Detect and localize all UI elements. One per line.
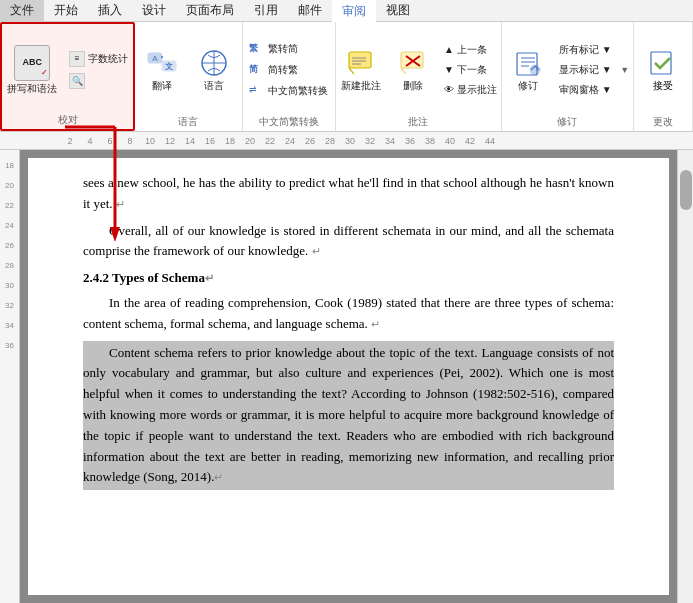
svg-line-17 (401, 68, 406, 74)
proofing-label: 校对 (58, 111, 78, 127)
ruler-mark: 32 (360, 136, 380, 146)
ribbon-group-language: A 文 翻译 (135, 22, 242, 131)
document-container: 18 20 22 24 26 28 30 32 34 36 sees a new… (0, 150, 693, 603)
svg-text:A: A (153, 54, 159, 63)
ruler-mark: 30 (340, 136, 360, 146)
tracking-more-button[interactable]: ▼ (618, 32, 632, 107)
v-ruler-mark: 24 (0, 215, 19, 235)
ruler-mark: 26 (300, 136, 320, 146)
to-simplified-button[interactable]: 繁 繁转简 (245, 40, 332, 58)
vertical-ruler: 18 20 22 24 26 28 30 32 34 36 (0, 150, 20, 603)
spell-icon: ABC ✓ (14, 45, 50, 81)
ruler-mark: 16 (200, 136, 220, 146)
track-changes-icon (512, 47, 544, 79)
menu-design[interactable]: 设计 (132, 0, 176, 22)
v-ruler-mark: 18 (0, 155, 19, 175)
paragraph-5-highlighted: Content schema refers to prior knowledge… (83, 341, 614, 491)
v-ruler-mark: 32 (0, 295, 19, 315)
menu-file[interactable]: 文件 (0, 0, 44, 22)
heading-242: 2.4.2 Types of Schema↵ (83, 268, 614, 289)
next-comment-button[interactable]: ▼ 下一条 (440, 61, 501, 79)
ruler-mark: 42 (460, 136, 480, 146)
language-label: 语言 (178, 113, 198, 129)
ribbon-group-proofing: ABC ✓ 拼写和语法 ≡ 字数统计 🔍 校对 (0, 22, 135, 131)
word-count-button[interactable]: ≡ 字数统计 (65, 49, 132, 69)
v-ruler-mark: 26 (0, 235, 19, 255)
menu-mail[interactable]: 邮件 (288, 0, 332, 22)
tracking-label: 修订 (557, 113, 577, 129)
accept-icon (647, 47, 679, 79)
ruler-marks: 2 4 6 8 10 12 14 16 18 20 22 24 26 28 30… (60, 136, 693, 146)
track-changes-button[interactable]: 修订 (503, 35, 553, 105)
review-pane-button[interactable]: 审阅窗格 ▼ (555, 81, 616, 99)
v-ruler-mark: 28 (0, 255, 19, 275)
v-ruler-mark: 20 (0, 175, 19, 195)
ruler-mark: 18 (220, 136, 240, 146)
show-icon: 👁 (444, 84, 454, 95)
ruler-mark: 38 (420, 136, 440, 146)
ruler-mark: 24 (280, 136, 300, 146)
menu-start[interactable]: 开始 (44, 0, 88, 22)
next-icon: ▼ (444, 64, 454, 75)
ruler-mark: 36 (400, 136, 420, 146)
ruler-mark: 10 (140, 136, 160, 146)
ruler-mark: 28 (320, 136, 340, 146)
paragraph-1: sees a new school, he has the ability to… (83, 173, 614, 215)
chinese-convert-icon: ⇌ (249, 84, 265, 98)
language-button[interactable]: 语言 (189, 35, 239, 105)
ruler-mark: 8 (120, 136, 140, 146)
vertical-scrollbar[interactable] (677, 150, 693, 603)
ribbon-group-tracking: 修订 所有标记 ▼ 显示标记 ▼ 审阅窗格 ▼ ▼ 修订 (502, 22, 634, 131)
ruler-mark: 12 (160, 136, 180, 146)
language-icon (198, 47, 230, 79)
menu-bar: 文件 开始 插入 设计 页面布局 引用 邮件 审阅 视图 (0, 0, 693, 22)
ruler-mark: 44 (480, 136, 500, 146)
paragraph-2: Overall, all of our knowledge is stored … (83, 221, 614, 263)
scrollbar-thumb[interactable] (680, 170, 692, 210)
svg-line-12 (349, 68, 354, 74)
menu-layout[interactable]: 页面布局 (176, 0, 244, 22)
ruler-mark: 6 (100, 136, 120, 146)
horizontal-ruler: 2 4 6 8 10 12 14 16 18 20 22 24 26 28 30… (0, 132, 693, 150)
show-comments-button[interactable]: 👁 显示批注 (440, 81, 501, 99)
menu-insert[interactable]: 插入 (88, 0, 132, 22)
v-ruler-mark: 34 (0, 315, 19, 335)
spell-grammar-button[interactable]: ABC ✓ 拼写和语法 (3, 35, 61, 105)
menu-references[interactable]: 引用 (244, 0, 288, 22)
ruler-mark: 22 (260, 136, 280, 146)
ruler-mark: 40 (440, 136, 460, 146)
to-traditional-icon: 简 (249, 63, 265, 77)
ribbon-group-comments: 新建批注 删除 ▲ 上一条 ▼ (336, 22, 502, 131)
translate-icon: A 文 (146, 47, 178, 79)
ribbon-group-accept: 接受 更改 (634, 22, 693, 131)
paragraph-4: In the area of reading comprehension, Co… (83, 293, 614, 335)
delete-comment-button[interactable]: 删除 (388, 35, 438, 105)
ruler-mark: 20 (240, 136, 260, 146)
translate-button[interactable]: A 文 翻译 (137, 35, 187, 105)
accept-label: 更改 (653, 113, 673, 129)
menu-review[interactable]: 审阅 (332, 0, 376, 23)
chinese-convert-button[interactable]: ⇌ 中文简繁转换 (245, 82, 332, 100)
ruler-mark: 14 (180, 136, 200, 146)
all-markup-button[interactable]: 所有标记 ▼ (555, 41, 616, 59)
v-ruler-mark: 22 (0, 195, 19, 215)
document-page[interactable]: sees a new school, he has the ability to… (28, 158, 669, 595)
svg-rect-25 (651, 52, 671, 74)
to-traditional-button[interactable]: 简 简转繁 (245, 61, 332, 79)
svg-point-24 (530, 65, 540, 75)
prev-icon: ▲ (444, 44, 454, 55)
ribbon-group-chinese: 繁 繁转简 简 简转繁 ⇌ 中文简繁转换 中文简繁转换 (243, 22, 336, 131)
menu-view[interactable]: 视图 (376, 0, 420, 22)
show-markup-button[interactable]: 显示标记 ▼ (555, 61, 616, 79)
v-ruler-mark: 36 (0, 335, 19, 355)
prev-comment-button[interactable]: ▲ 上一条 (440, 41, 501, 59)
chinese-label: 中文简繁转换 (259, 113, 319, 129)
new-comment-button[interactable]: 新建批注 (336, 35, 386, 105)
accept-button[interactable]: 接受 (638, 35, 688, 105)
new-comment-icon (345, 47, 377, 79)
lookup-icon: 🔍 (69, 73, 85, 89)
lookup-button[interactable]: 🔍 (65, 71, 132, 91)
svg-rect-11 (349, 52, 371, 68)
svg-text:文: 文 (165, 61, 173, 71)
ruler-mark: 34 (380, 136, 400, 146)
